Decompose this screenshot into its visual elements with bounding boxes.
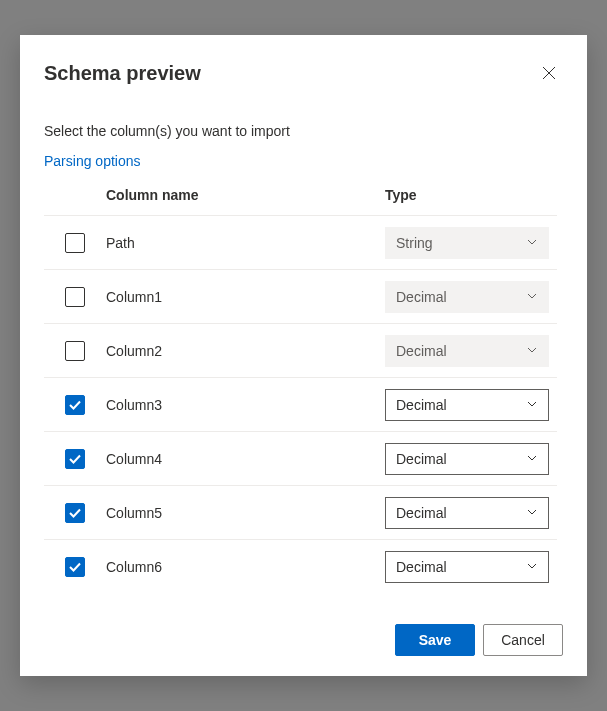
row-column-name: Column1 — [106, 289, 385, 305]
parsing-options-link[interactable]: Parsing options — [44, 153, 563, 169]
row-checkbox[interactable] — [65, 233, 85, 253]
row-type-select: Decimal — [385, 281, 549, 313]
row-type-value: String — [396, 235, 433, 251]
table-row: Column2Decimal — [44, 323, 557, 377]
row-type-select[interactable]: Decimal — [385, 551, 549, 583]
row-checkbox[interactable] — [65, 503, 85, 523]
chevron-down-icon — [526, 451, 538, 467]
row-column-name: Column3 — [106, 397, 385, 413]
row-checkbox[interactable] — [65, 557, 85, 577]
row-type-select[interactable]: Decimal — [385, 389, 549, 421]
table-row: PathString — [44, 215, 557, 269]
row-column-name: Column5 — [106, 505, 385, 521]
row-type-select: Decimal — [385, 335, 549, 367]
column-header-type: Type — [385, 187, 557, 203]
chevron-down-icon — [526, 343, 538, 359]
row-column-name: Path — [106, 235, 385, 251]
table-header: Column name Type — [44, 177, 557, 215]
row-type-value: Decimal — [396, 397, 447, 413]
chevron-down-icon — [526, 559, 538, 575]
dialog-subtitle: Select the column(s) you want to import — [44, 123, 563, 139]
row-column-name: Column2 — [106, 343, 385, 359]
table-row: Column4Decimal — [44, 431, 557, 485]
row-column-name: Column4 — [106, 451, 385, 467]
row-checkbox[interactable] — [65, 341, 85, 361]
row-column-name: Column6 — [106, 559, 385, 575]
chevron-down-icon — [526, 289, 538, 305]
row-type-select: String — [385, 227, 549, 259]
row-checkbox[interactable] — [65, 449, 85, 469]
row-type-value: Decimal — [396, 343, 447, 359]
row-type-select[interactable]: Decimal — [385, 443, 549, 475]
dialog-title: Schema preview — [44, 62, 201, 85]
save-button[interactable]: Save — [395, 624, 475, 656]
row-type-value: Decimal — [396, 451, 447, 467]
chevron-down-icon — [526, 235, 538, 251]
dialog-footer: Save Cancel — [44, 604, 563, 656]
table-row: Column5Decimal — [44, 485, 557, 539]
cancel-button[interactable]: Cancel — [483, 624, 563, 656]
chevron-down-icon — [526, 397, 538, 413]
table-row: Column1Decimal — [44, 269, 557, 323]
column-header-name: Column name — [106, 187, 385, 203]
chevron-down-icon — [526, 505, 538, 521]
row-type-select[interactable]: Decimal — [385, 497, 549, 529]
row-type-value: Decimal — [396, 505, 447, 521]
row-checkbox[interactable] — [65, 287, 85, 307]
schema-preview-dialog: Schema preview Select the column(s) you … — [20, 35, 587, 676]
row-checkbox[interactable] — [65, 395, 85, 415]
columns-scroll-area[interactable]: Column name Type PathStringColumn1Decima… — [44, 177, 563, 604]
row-type-value: Decimal — [396, 289, 447, 305]
table-row: Column6Decimal — [44, 539, 557, 593]
row-type-value: Decimal — [396, 559, 447, 575]
table-row: Column3Decimal — [44, 377, 557, 431]
dialog-header: Schema preview — [44, 59, 563, 87]
close-icon — [542, 66, 556, 80]
close-button[interactable] — [535, 59, 563, 87]
